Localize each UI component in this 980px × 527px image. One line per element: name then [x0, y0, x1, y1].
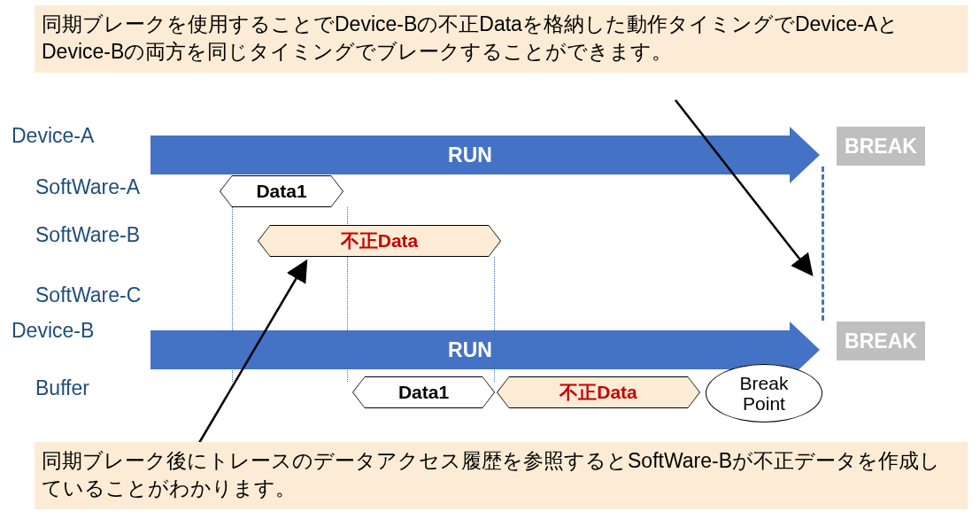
svg-line-0 [675, 100, 812, 275]
note-bottom: 同期ブレーク後にトレースのデータアクセス履歴を参照するとSoftWare-Bが不… [35, 442, 968, 509]
svg-line-1 [199, 261, 306, 443]
